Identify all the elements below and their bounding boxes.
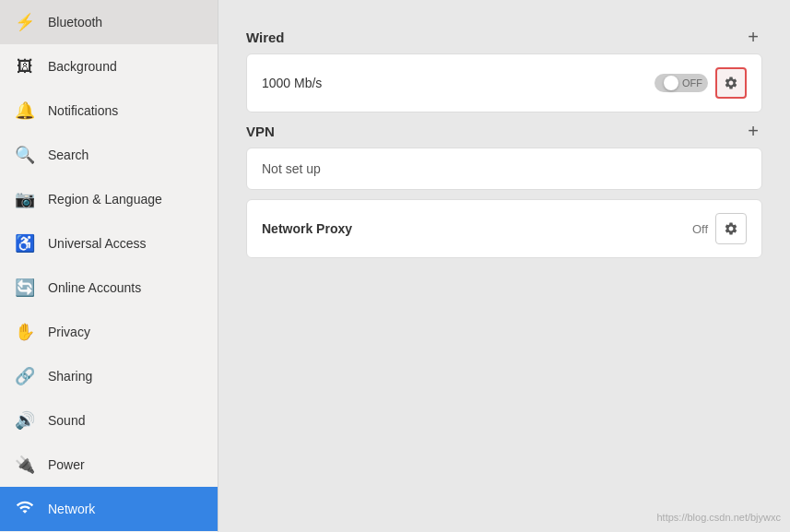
sound-icon: 🔊 xyxy=(15,410,35,431)
vpn-section-header: VPN + xyxy=(246,122,762,140)
privacy-icon: ✋ xyxy=(15,322,35,342)
wired-toggle[interactable]: OFF xyxy=(654,74,708,92)
main-content: Wired + 1000 Mb/s OFF VPN + Not set up N… xyxy=(218,0,790,532)
sidebar-item-privacy[interactable]: ✋ Privacy xyxy=(0,310,218,354)
watermark: https://blog.csdn.net/bjywxc xyxy=(656,512,781,523)
network-icon xyxy=(15,498,35,521)
online-accounts-icon: 🔄 xyxy=(15,278,35,298)
universal-access-icon: ♿ xyxy=(15,233,35,254)
sidebar-item-sharing[interactable]: 🔗 Sharing xyxy=(0,354,218,398)
vpn-status: Not set up xyxy=(262,161,321,176)
vpn-card: Not set up xyxy=(246,148,762,190)
sidebar-item-sound[interactable]: 🔊 Sound xyxy=(0,398,218,443)
sidebar-label-privacy: Privacy xyxy=(48,325,90,339)
sidebar-item-region[interactable]: 📷 Region & Language xyxy=(0,177,218,221)
proxy-label: Network Proxy xyxy=(262,221,352,236)
sidebar-label-notifications: Notifications xyxy=(48,103,118,118)
sidebar-label-region: Region & Language xyxy=(48,192,162,207)
sidebar-item-background[interactable]: 🖼 Background xyxy=(0,44,218,89)
toggle-knob xyxy=(664,76,678,90)
sidebar-label-background: Background xyxy=(48,59,117,74)
vpn-title: VPN xyxy=(246,124,275,139)
sharing-icon: 🔗 xyxy=(15,366,35,386)
wired-add-button[interactable]: + xyxy=(744,28,762,46)
sidebar-item-bluetooth[interactable]: ⚡ Bluetooth xyxy=(0,0,218,44)
proxy-settings-button[interactable] xyxy=(715,213,747,244)
sidebar-label-bluetooth: Bluetooth xyxy=(48,15,102,30)
bluetooth-icon: ⚡ xyxy=(15,12,35,32)
sidebar: ⚡ Bluetooth 🖼 Background 🔔 Notifications… xyxy=(0,0,218,532)
sidebar-label-universal-access: Universal Access xyxy=(48,236,147,251)
wired-settings-button[interactable] xyxy=(715,67,747,99)
sidebar-label-power: Power xyxy=(48,457,85,472)
sidebar-label-network: Network xyxy=(48,502,95,516)
wired-section-header: Wired + xyxy=(246,28,762,46)
sidebar-item-power[interactable]: 🔌 Power xyxy=(0,443,218,487)
network-proxy-card: Network Proxy Off xyxy=(246,199,762,258)
power-icon: 🔌 xyxy=(15,455,35,475)
sidebar-item-online-accounts[interactable]: 🔄 Online Accounts xyxy=(0,266,218,310)
wired-title: Wired xyxy=(246,30,285,45)
gear-icon xyxy=(724,76,738,90)
wired-speed: 1000 Mb/s xyxy=(262,76,322,90)
sidebar-label-sharing: Sharing xyxy=(48,369,92,384)
region-icon: 📷 xyxy=(15,189,35,209)
proxy-status: Off xyxy=(692,222,708,236)
vpn-add-button[interactable]: + xyxy=(744,122,762,140)
proxy-gear-icon xyxy=(724,221,738,236)
sidebar-item-universal-access[interactable]: ♿ Universal Access xyxy=(0,221,218,266)
sidebar-item-search[interactable]: 🔍 Search xyxy=(0,133,218,177)
proxy-controls: Off xyxy=(692,213,747,244)
sidebar-label-search: Search xyxy=(48,148,88,162)
sidebar-item-notifications[interactable]: 🔔 Notifications xyxy=(0,89,218,133)
sidebar-label-sound: Sound xyxy=(48,413,85,428)
toggle-label: OFF xyxy=(682,77,702,89)
sidebar-label-online-accounts: Online Accounts xyxy=(48,280,141,295)
wired-controls: OFF xyxy=(654,67,747,99)
sidebar-item-network[interactable]: Network xyxy=(0,487,218,531)
background-icon: 🖼 xyxy=(15,57,35,77)
notifications-icon: 🔔 xyxy=(15,100,35,121)
search-icon: 🔍 xyxy=(15,145,35,165)
wired-card: 1000 Mb/s OFF xyxy=(246,53,762,112)
